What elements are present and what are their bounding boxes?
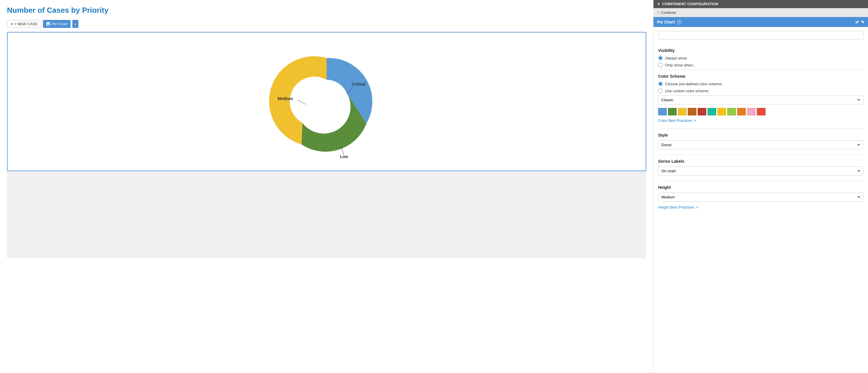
swatch-red <box>698 108 706 115</box>
swatch-pink <box>747 108 756 115</box>
height-best-practices-link[interactable]: Height Best Practices ↗ <box>658 205 698 209</box>
label-critical: Critical <box>351 82 365 87</box>
external-link-icon: ↗ <box>693 118 696 123</box>
config-header-label: COMPONENT CONFIGURATION <box>662 2 718 6</box>
color-scheme-select[interactable]: Classic Modern Pastel Dark <box>658 95 863 104</box>
config-search-input[interactable] <box>658 31 863 39</box>
config-triangle-icon: ▼ <box>657 2 660 6</box>
config-header: ▼ COMPONENT CONFIGURATION <box>653 0 868 8</box>
divider-1 <box>658 70 863 70</box>
visibility-always-label: Always show <box>665 56 687 60</box>
style-select[interactable]: Donut Pie <box>658 140 863 149</box>
config-contents-bar[interactable]: ↑ Contents <box>653 8 868 17</box>
chevron-down-icon: ▾ <box>74 23 76 26</box>
color-custom-label: Use custom color scheme <box>665 89 709 93</box>
swatch-orange <box>737 108 746 115</box>
help-icon[interactable]: ? <box>677 20 682 24</box>
color-custom-radio[interactable] <box>658 89 663 93</box>
pie-chart-label: Pie Chart <box>52 22 67 26</box>
toolbar: + + NEW CASE 📊 Pie Chart ▾ <box>7 20 646 28</box>
new-case-label: + NEW CASE <box>14 22 38 26</box>
reset-icon[interactable]: ⇄ <box>855 20 859 24</box>
swatch-orange-dark <box>688 108 696 115</box>
color-predefined-row: Choose pre-defined color scheme <box>658 81 863 86</box>
plus-icon: + <box>11 22 13 26</box>
config-panel: ▼ COMPONENT CONFIGURATION ↑ Contents Pie… <box>653 0 868 373</box>
visibility-conditional-row: Only show when... <box>658 63 863 67</box>
height-external-link-icon: ↗ <box>695 205 698 209</box>
divider-4 <box>658 181 863 181</box>
pie-chart-dropdown-button[interactable]: ▾ <box>72 20 79 28</box>
chart-container: Critical Medium Low <box>7 32 646 171</box>
config-pie-header: Pie Chart ? ⇄ ✎ <box>653 17 868 27</box>
donut-chart: Critical Medium Low <box>254 41 399 162</box>
color-predefined-label: Choose pre-defined color scheme <box>665 82 722 86</box>
visibility-always-row: Always show <box>658 56 863 60</box>
swatch-yellow <box>678 108 687 115</box>
visibility-conditional-label: Only show when... <box>665 63 696 67</box>
pie-chart-button[interactable]: 📊 Pie Chart <box>43 20 70 28</box>
pie-chart-title: Pie Chart <box>657 20 675 24</box>
upload-icon: ↑ <box>657 10 659 15</box>
config-body: Visibility Always show Only show when...… <box>653 27 868 373</box>
divider-2 <box>658 129 863 129</box>
contents-label: Contents <box>661 10 676 15</box>
donut-hole <box>305 80 348 123</box>
color-best-practices-link[interactable]: Color Best Practices ↗ <box>658 118 696 123</box>
edit-icon[interactable]: ✎ <box>861 20 865 24</box>
height-select[interactable]: Small Medium Large <box>658 193 863 202</box>
label-medium: Medium <box>278 96 293 101</box>
donut-chart-svg: Critical Medium Low <box>260 43 393 160</box>
divider-3 <box>658 155 863 155</box>
new-case-button[interactable]: + + NEW CASE <box>7 20 41 28</box>
swatch-teal <box>708 108 716 115</box>
bottom-grey-area <box>7 171 646 258</box>
color-swatches <box>658 108 863 115</box>
visibility-label: Visibility <box>658 48 863 53</box>
label-line-medium <box>298 100 306 104</box>
swatch-light-green <box>727 108 736 115</box>
color-custom-row: Use custom color scheme <box>658 89 863 93</box>
color-best-practices-label: Color Best Practices <box>658 118 692 123</box>
visibility-always-radio[interactable] <box>658 56 663 60</box>
series-labels-select[interactable]: On chart Legend None <box>658 167 863 175</box>
swatch-green <box>668 108 677 115</box>
color-predefined-radio[interactable] <box>658 81 663 86</box>
swatch-bright-red <box>757 108 766 115</box>
series-labels-label: Series Labels <box>658 159 863 164</box>
swatch-bright-yellow <box>717 108 726 115</box>
pie-chart-icon: 📊 <box>46 22 51 26</box>
main-content: Number of Cases by Priority + + NEW CASE… <box>0 0 653 373</box>
height-best-practices-label: Height Best Practices <box>658 205 694 209</box>
visibility-conditional-radio[interactable] <box>658 63 663 67</box>
color-scheme-label: Color Scheme <box>658 74 863 78</box>
height-label: Height <box>658 185 863 190</box>
style-label: Style <box>658 133 863 137</box>
swatch-blue <box>658 108 667 115</box>
page-title: Number of Cases by Priority <box>7 6 646 15</box>
